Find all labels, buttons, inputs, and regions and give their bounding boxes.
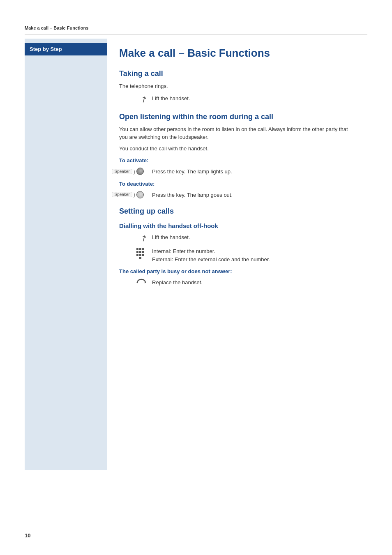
svg-rect-9	[139, 257, 141, 259]
svg-rect-0	[136, 248, 138, 250]
speaker-key-label-1: Speaker	[112, 169, 132, 174]
svg-rect-3	[136, 251, 138, 253]
action-row-lift-handset-1: ↗ Lift the handset.	[119, 94, 355, 104]
action-text-replace: Replace the handset.	[152, 279, 355, 287]
subsection-title-dialling: Dialling with the handset off-hook	[119, 222, 355, 229]
action-row-replace-handset: Replace the handset.	[119, 279, 355, 288]
speaker-key-label-2: Speaker	[112, 192, 132, 197]
activate-text: Press the key. The lamp lights up.	[152, 168, 355, 176]
lamp-on-icon	[136, 168, 144, 175]
icon-area-deactivate: Speaker )	[119, 191, 152, 198]
svg-rect-8	[142, 254, 144, 256]
open-listening-body-1: You can allow other persons in the room …	[119, 125, 355, 141]
action-text-dialpad: Internal: Enter the number. External: En…	[152, 247, 355, 263]
internal-text: Internal: Enter the number.	[152, 248, 215, 254]
page-main-title: Make a call – Basic Functions	[119, 47, 355, 60]
separator-1: )	[134, 168, 135, 175]
separator-2: )	[134, 191, 135, 198]
speaker-key-activate: Speaker )	[112, 168, 144, 175]
icon-area-lift-2: ↗	[119, 233, 152, 243]
activate-label: To activate:	[119, 157, 355, 164]
deactivate-text: Press the key. The lamp goes out.	[152, 191, 355, 199]
icon-area-dialpad	[119, 247, 152, 261]
sidebar-header: Step by Step	[25, 43, 107, 55]
svg-rect-2	[142, 248, 144, 250]
svg-rect-1	[139, 248, 141, 250]
sidebar-body	[25, 55, 107, 425]
taking-a-call-body: The telephone rings.	[119, 82, 355, 90]
open-listening-body-2: You conduct the call with the handset.	[119, 145, 355, 153]
external-text: External: Enter the external code and th…	[152, 256, 270, 263]
section-title-open-listening: Open listening within the room during a …	[119, 113, 355, 121]
busy-label: The called party is busy or does not ans…	[119, 268, 355, 274]
sidebar: Step by Step	[25, 39, 107, 470]
icon-area: ↗	[119, 94, 152, 104]
breadcrumb: Make a call – Basic Functions	[25, 25, 367, 35]
svg-rect-5	[142, 251, 144, 253]
action-row-activate: Speaker ) Press the key. The lamp lights…	[119, 168, 355, 176]
speaker-key-deactivate: Speaker )	[112, 191, 144, 198]
replace-handset-icon	[136, 279, 147, 288]
action-row-dialpad: Internal: Enter the number. External: En…	[119, 247, 355, 263]
icon-area-replace	[119, 279, 152, 288]
action-row-deactivate: Speaker ) Press the key. The lamp goes o…	[119, 191, 355, 199]
page-container: Make a call – Basic Functions Step by St…	[0, 0, 392, 555]
icon-area-activate: Speaker )	[119, 168, 152, 175]
action-row-lift-handset-2: ↗ Lift the handset.	[119, 233, 355, 243]
lamp-off-icon	[136, 191, 144, 198]
breadcrumb-text: Make a call – Basic Functions	[25, 25, 88, 30]
dialpad-icon	[136, 247, 147, 261]
svg-rect-7	[139, 254, 141, 256]
svg-rect-6	[136, 254, 138, 256]
section-title-setting-up-calls: Setting up calls	[119, 207, 355, 216]
action-text-lift-1: Lift the handset.	[152, 94, 355, 103]
deactivate-label: To deactivate:	[119, 181, 355, 187]
action-text-lift-2: Lift the handset.	[152, 233, 355, 242]
handset-lift-icon-2: ↗	[138, 232, 149, 244]
page-number: 10	[25, 532, 30, 539]
section-title-taking-a-call: Taking a call	[119, 69, 355, 78]
content-area: Make a call – Basic Functions Taking a c…	[107, 39, 367, 470]
handset-lift-icon: ↗	[138, 93, 149, 105]
svg-rect-4	[139, 251, 141, 253]
main-layout: Step by Step Make a call – Basic Functio…	[25, 39, 367, 470]
